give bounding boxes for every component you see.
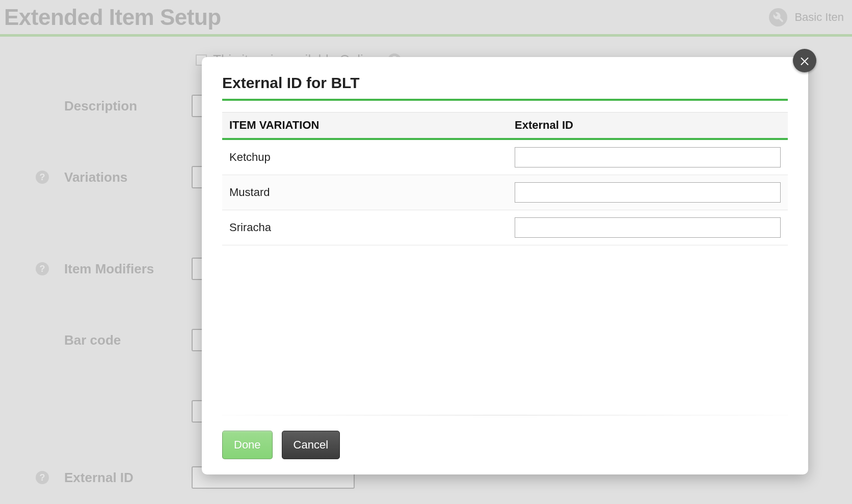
page-header: Extended Item Setup Basic Iten bbox=[0, 0, 852, 37]
table-row: Ketchup bbox=[222, 140, 788, 175]
variation-name: Sriracha bbox=[229, 221, 515, 234]
external-id-cell bbox=[515, 182, 781, 203]
table-header: ITEM VARIATION External ID bbox=[222, 112, 788, 140]
modal-footer: Done Cancel bbox=[222, 431, 788, 459]
external-id-cell bbox=[515, 217, 781, 238]
header-basic-item-link[interactable]: Basic Iten bbox=[794, 11, 844, 24]
label-variations: Variations bbox=[64, 170, 192, 185]
label-description: Description bbox=[64, 98, 192, 114]
external-id-cell bbox=[515, 147, 781, 167]
external-id-table: ITEM VARIATION External ID KetchupMustar… bbox=[222, 112, 788, 245]
modal-divider bbox=[222, 415, 788, 415]
page-title: Extended Item Setup bbox=[4, 5, 221, 30]
table-row: Mustard bbox=[222, 175, 788, 210]
external-id-modal: External ID for BLT ITEM VARIATION Exter… bbox=[202, 57, 808, 474]
col-header-external-id: External ID bbox=[515, 119, 781, 132]
wrench-icon[interactable] bbox=[769, 8, 787, 26]
external-id-input[interactable] bbox=[515, 147, 781, 167]
cancel-button[interactable]: Cancel bbox=[282, 431, 340, 459]
col-header-variation: ITEM VARIATION bbox=[229, 119, 515, 132]
page-root: Extended Item Setup Basic Iten This item… bbox=[0, 0, 852, 504]
close-button[interactable] bbox=[793, 49, 816, 72]
table-row: Sriracha bbox=[222, 210, 788, 245]
modal-title: External ID for BLT bbox=[222, 74, 788, 101]
variation-name: Ketchup bbox=[229, 151, 515, 164]
help-icon[interactable]: ? bbox=[36, 471, 49, 484]
help-icon[interactable]: ? bbox=[36, 262, 49, 275]
label-bar-code: Bar code bbox=[64, 332, 192, 348]
external-id-input[interactable] bbox=[515, 217, 781, 238]
done-button[interactable]: Done bbox=[222, 431, 273, 459]
variation-name: Mustard bbox=[229, 186, 515, 199]
label-external-id: External ID bbox=[64, 470, 192, 486]
label-item-modifiers: Item Modifiers bbox=[64, 261, 192, 277]
table-body: KetchupMustardSriracha bbox=[222, 140, 788, 245]
close-icon bbox=[798, 54, 811, 67]
help-icon[interactable]: ? bbox=[36, 171, 49, 184]
external-id-input[interactable] bbox=[515, 182, 781, 203]
header-right: Basic Iten bbox=[769, 8, 844, 26]
